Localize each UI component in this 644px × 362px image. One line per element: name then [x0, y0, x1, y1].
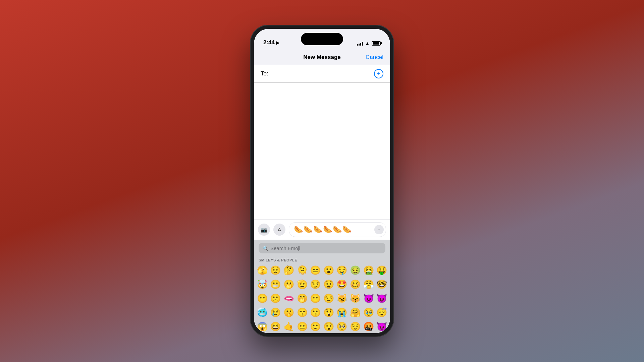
emoji-cell[interactable]: 😭 — [336, 306, 348, 319]
emoji-cell[interactable]: 😐 — [309, 292, 322, 305]
emoji-cell[interactable]: 😏 — [309, 278, 322, 291]
emoji-cell[interactable]: 😤 — [362, 278, 375, 291]
emoji-cell[interactable]: 😶 — [256, 292, 269, 305]
emoji-cell[interactable]: 🤫 — [282, 306, 295, 319]
emoji-cell[interactable]: 😗 — [309, 306, 322, 319]
phone-screen: 2:44 ▶ ▲ New M — [254, 29, 390, 333]
emoji-cell[interactable]: 🥶 — [256, 306, 269, 319]
emoji-cell[interactable]: 🤭 — [296, 292, 309, 305]
emoji-cell[interactable]: 🥹 — [362, 306, 375, 319]
add-contact-button[interactable]: + — [374, 69, 383, 78]
emoji-cell[interactable]: 🤬 — [362, 320, 375, 333]
emoji-cell[interactable]: 😐 — [296, 320, 309, 333]
emoji-cell[interactable]: 🫣 — [256, 263, 269, 277]
emoji-cell[interactable]: 🤮 — [362, 263, 375, 277]
emoji-search-placeholder: Search Emoji — [270, 245, 300, 251]
emoji-keyboard: 🔍 Search Emoji SMILEYS & PEOPLE 🫣 😟 🤔 🫠 … — [254, 240, 390, 333]
emoji-cell[interactable]: 🤤 — [336, 263, 348, 277]
emoji-cell[interactable]: 😴 — [375, 306, 388, 319]
emoji-search-icon: 🔍 — [263, 246, 268, 251]
emoji-cell[interactable]: 🥺 — [336, 320, 348, 333]
emoji-cell[interactable]: 🤔 — [282, 263, 295, 277]
emoji-cell[interactable]: 😙 — [296, 306, 309, 319]
time-display: 2:44 — [263, 39, 275, 46]
to-label: To: — [261, 70, 268, 77]
emoji-cell[interactable]: 😲 — [322, 306, 335, 319]
cancel-button[interactable]: Cancel — [366, 54, 383, 61]
message-input-box[interactable]: 🌭🌭🌭🌭🌭🌭 ↑ — [289, 222, 386, 237]
emoji-cell[interactable]: 😌 — [349, 320, 362, 333]
plus-icon: + — [377, 70, 381, 77]
emoji-cell[interactable]: 🤢 — [349, 263, 362, 277]
emoji-cell[interactable]: 😮 — [322, 263, 335, 277]
emoji-cell[interactable]: 🙁 — [269, 292, 282, 305]
emoji-cell[interactable]: 😯 — [322, 320, 335, 333]
emoji-cell[interactable]: 👿 — [362, 292, 375, 305]
emoji-cell[interactable]: 🤯 — [256, 278, 269, 291]
emoji-cell[interactable]: 😆 — [269, 320, 282, 333]
emoji-cell[interactable]: 😑 — [309, 263, 322, 277]
to-input[interactable] — [271, 70, 371, 77]
location-icon: ▶ — [276, 40, 279, 45]
emoji-section-label: SMILEYS & PEOPLE — [254, 256, 390, 263]
screen-content: 2:44 ▶ ▲ New M — [254, 29, 390, 333]
emoji-cell[interactable]: 🤙 — [282, 320, 295, 333]
emoji-grid: 🫣 😟 🤔 🫠 😑 😮 🤤 🤢 🤮 🤑 🤯 😬 🫢 🫡 😏 — [254, 263, 390, 333]
emoji-cell[interactable]: 🥴 — [349, 278, 362, 291]
emoji-cell[interactable]: 😼 — [336, 292, 348, 305]
to-field: To: + — [254, 65, 390, 83]
emoji-cell[interactable]: 🫢 — [282, 278, 295, 291]
status-time: 2:44 ▶ — [263, 39, 279, 46]
emoji-cell[interactable]: 😢 — [269, 306, 282, 319]
dynamic-island — [301, 33, 343, 45]
apps-icon: A — [278, 227, 281, 232]
emoji-cell[interactable]: 🤩 — [336, 278, 348, 291]
phone-frame: 2:44 ▶ ▲ New M — [250, 25, 394, 337]
battery-icon — [372, 41, 381, 46]
emoji-cell[interactable]: 😈 — [375, 292, 388, 305]
battery-fill — [373, 42, 379, 45]
message-area[interactable] — [254, 83, 390, 219]
signal-icon — [357, 41, 363, 46]
emoji-search-wrapper[interactable]: 🔍 Search Emoji — [259, 243, 385, 253]
emoji-cell[interactable]: 😧 — [322, 278, 335, 291]
emoji-cell[interactable]: 🫠 — [296, 263, 309, 277]
nav-bar: New Message Cancel — [254, 49, 390, 65]
camera-icon: 📷 — [261, 227, 267, 233]
emoji-cell[interactable]: 🫡 — [296, 278, 309, 291]
emoji-cell[interactable]: 🫦 — [282, 292, 295, 305]
apps-button[interactable]: A — [273, 224, 285, 236]
wifi-icon: ▲ — [365, 41, 370, 46]
emoji-cell[interactable]: 🙂 — [309, 320, 322, 333]
emoji-cell[interactable]: 🤗 — [349, 306, 362, 319]
emoji-cell[interactable]: 😈 — [375, 320, 388, 333]
emoji-cell[interactable]: 😬 — [269, 278, 282, 291]
message-emoji-content: 🌭🌭🌭🌭🌭🌭 — [294, 225, 352, 234]
camera-button[interactable]: 📷 — [258, 224, 270, 236]
emoji-cell[interactable]: 🤓 — [375, 278, 388, 291]
emoji-cell[interactable]: 😟 — [269, 263, 282, 277]
send-icon: ↑ — [378, 227, 380, 232]
status-icons: ▲ — [357, 41, 381, 46]
nav-title: New Message — [303, 54, 341, 61]
emoji-cell[interactable]: 🤑 — [375, 263, 388, 277]
send-button[interactable]: ↑ — [374, 225, 384, 234]
bottom-toolbar: 📷 A 🌭🌭🌭🌭🌭🌭 ↑ — [254, 219, 390, 240]
emoji-cell[interactable]: 😽 — [349, 292, 362, 305]
emoji-cell[interactable]: 😱 — [256, 320, 269, 333]
emoji-search-bar: 🔍 Search Emoji — [254, 240, 390, 256]
emoji-cell[interactable]: 😒 — [322, 292, 335, 305]
